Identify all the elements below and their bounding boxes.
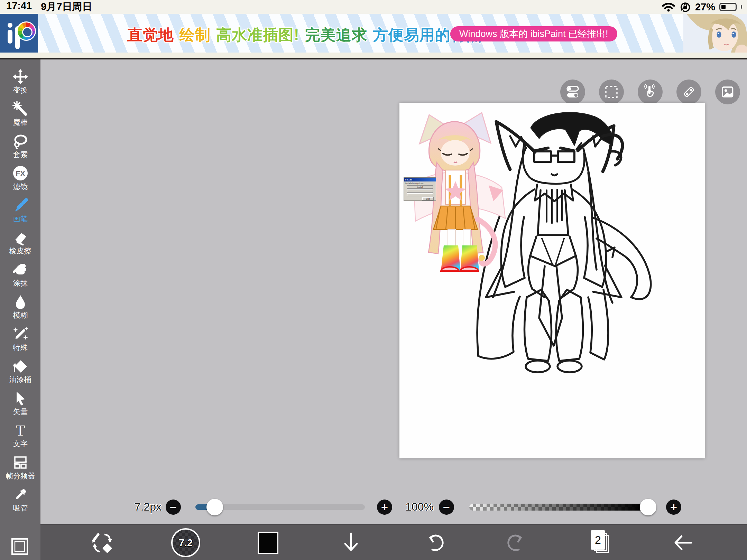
back-arrow-icon (671, 531, 695, 555)
dialog-button: Exit (422, 197, 434, 200)
sidebar-item-brush[interactable]: 画笔 (0, 196, 40, 228)
drawing-canvas[interactable]: Install Installation options Install Exi… (399, 103, 705, 458)
screen-frame-button[interactable] (10, 537, 29, 557)
opacity-minus-button[interactable]: − (439, 500, 454, 515)
battery-icon (719, 3, 737, 11)
svg-text:T: T (16, 422, 25, 438)
layers-button[interactable]: 2 (588, 530, 613, 555)
status-date: 9月7日周日 (41, 0, 92, 14)
headline-segment: 直觉地 (127, 26, 174, 43)
sidebar-item-magic-wand[interactable]: 魔棒 (0, 100, 40, 132)
sidebar-item-frame-splitter[interactable]: 帧分频器 (0, 454, 40, 486)
back-button[interactable] (671, 525, 695, 560)
sidebar-item-eyedropper[interactable]: 吸管 (0, 486, 40, 518)
artwork (399, 103, 705, 458)
brush-icon (12, 197, 28, 213)
marquee-select-icon (603, 84, 620, 100)
lasso-icon (12, 133, 28, 149)
ibispaint-logo (0, 14, 38, 53)
magic-wand-icon (12, 101, 28, 117)
brush-size-slider[interactable] (195, 504, 365, 510)
hand-tool-button[interactable] (638, 80, 663, 104)
smudge-icon (12, 262, 28, 278)
image-material-icon (719, 84, 736, 100)
svg-text:FX: FX (16, 169, 25, 177)
paint-bucket-icon (12, 358, 28, 374)
opacity-slider-thumb[interactable] (640, 499, 656, 515)
fx-filter-icon: FX (12, 165, 28, 181)
sidebar-item-special[interactable]: 特殊 (0, 325, 40, 357)
brush-eraser-toggle-button[interactable] (90, 525, 115, 560)
lineart-character (477, 112, 651, 372)
quick-settings-button[interactable] (560, 80, 585, 104)
sidebar-item-vector[interactable]: 矢量 (0, 389, 40, 421)
brush-sliders: 7.2px − + 100% − + (40, 496, 747, 519)
brush-size-slider-thumb[interactable] (206, 499, 223, 515)
undo-button[interactable] (422, 525, 446, 560)
move-icon (12, 69, 28, 85)
sidebar-item-eraser[interactable]: 橡皮擦 (0, 228, 40, 261)
dialog-button: Install (407, 185, 433, 189)
special-pen-icon (12, 326, 28, 342)
headline-segment: 高水准插图! (216, 26, 299, 43)
windows-version-pill[interactable]: Windows 版本的 ibisPaint 已经推出! (450, 26, 617, 41)
color-wheel-icon (17, 21, 36, 41)
brush-eraser-toggle-icon (90, 530, 115, 555)
eraser-icon (12, 230, 28, 245)
wifi-icon (662, 2, 675, 12)
selection-button[interactable] (599, 80, 624, 104)
undo-icon (422, 531, 446, 555)
dialog-title: Install (404, 178, 436, 181)
brush-preview-button[interactable]: 7.2 (171, 528, 200, 557)
collapse-toolbar-button[interactable] (339, 525, 363, 560)
layer-count-badge: 2 (591, 530, 605, 550)
status-bar: 17:41 9月7日周日 27% (0, 0, 747, 14)
main-area: 变换 魔棒 套索 FX 滤镜 (0, 59, 747, 560)
frame-splitter-icon (12, 455, 28, 470)
rotation-lock-icon (679, 1, 691, 13)
sidebar-item-paint-bucket[interactable]: 油漆桶 (0, 357, 40, 389)
opacity-plus-button[interactable]: + (666, 500, 681, 515)
opacity-slider[interactable] (469, 504, 655, 511)
sidebar-item-smudge[interactable]: 涂抹 (0, 261, 40, 293)
current-color-swatch[interactable] (258, 532, 278, 554)
tool-sidebar: 变换 魔棒 套索 FX 滤镜 (0, 59, 40, 560)
sidebar-item-lasso[interactable]: 套索 (0, 132, 40, 164)
ad-banner[interactable]: 直觉地绘制高水准插图!完美追求方便易用的特点! Windows 版本的 ibis… (0, 14, 747, 53)
dialog-button (407, 189, 433, 193)
ruler-icon (681, 84, 697, 100)
ruler-button[interactable] (676, 80, 701, 104)
banner-headline: 直觉地绘制高水准插图!完美追求方便易用的特点! (127, 25, 492, 45)
down-arrow-icon (339, 531, 363, 555)
sidebar-item-filter[interactable]: FX 滤镜 (0, 164, 40, 196)
toggles-icon (564, 84, 581, 100)
canvas-workspace: Install Installation options Install Exi… (40, 59, 747, 560)
headline-segment: 绘制 (179, 26, 211, 43)
banner-bottom-strip (0, 53, 747, 58)
blur-icon (12, 294, 28, 310)
material-button[interactable] (715, 80, 740, 104)
text-icon: T (12, 422, 28, 438)
redo-button[interactable] (505, 525, 529, 560)
eyedropper-icon (12, 487, 28, 503)
vector-cursor-icon (12, 390, 28, 406)
canvas-overlay-buttons (560, 80, 740, 104)
brush-preview-size: 7.2 (179, 537, 193, 549)
brush-size-minus-button[interactable]: − (166, 500, 181, 515)
sidebar-item-blur[interactable]: 模糊 (0, 293, 40, 325)
tap-hand-icon (642, 84, 658, 100)
brush-size-value: 7.2px (96, 501, 162, 513)
bottom-toolbar: 7.2 (40, 524, 747, 560)
redo-icon (505, 531, 529, 555)
banner-anime-girl-image (683, 14, 747, 53)
status-time: 17:41 (6, 0, 32, 14)
sidebar-item-text[interactable]: T 文字 (0, 421, 40, 454)
opacity-value: 100% (383, 501, 434, 513)
screen-frame-icon (10, 537, 29, 556)
sidebar-item-transform[interactable]: 变换 (0, 68, 40, 100)
artwork-install-dialog: Install Installation options Install Exi… (404, 177, 436, 201)
dialog-button (407, 193, 433, 196)
battery-percent: 27% (695, 1, 715, 13)
dialog-label: Installation options (404, 181, 436, 185)
headline-segment: 完美追求 (305, 26, 367, 43)
